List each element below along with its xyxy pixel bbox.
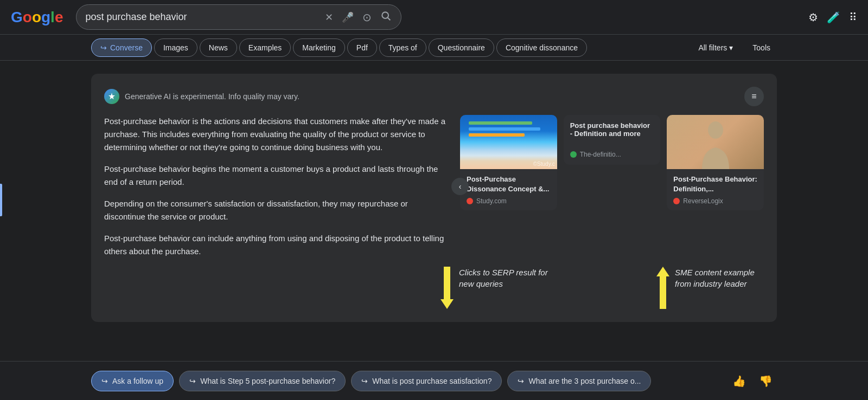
ai-cards-section: ‹ ©Study.c Post-Purchase Dissonance Conc… [460,115,764,258]
ai-card-2[interactable]: Post purchase behavior - Definition and … [564,115,661,165]
source-2-dot [570,151,577,158]
source-2-name: The-definitio... [580,151,621,158]
ai-paragraph-2: Post-purchase behavior begins the moment… [104,163,447,189]
google-logo: Google [11,9,63,26]
svg-line-1 [388,18,391,21]
all-filters-label: All filters [698,43,727,52]
tab-marketing-label: Marketing [302,43,335,52]
tab-types-of-label: Types of [388,43,417,52]
source-1-dot [467,198,473,204]
ai-answer-box: Generative AI is experimental. Info qual… [91,74,777,322]
feedback-buttons: 👍 👎 [728,372,777,390]
source-1-name: Study.com [476,197,507,205]
ai-card-2-title: Post purchase behavior - Definition and … [570,121,654,138]
follow-up-bar: ↪ Ask a follow up ↪ What is Step 5 post-… [0,361,868,400]
tab-questionnaire[interactable]: Questionnaire [429,38,494,57]
ai-card-2-source: The-definitio... [564,146,661,165]
follow-q1-icon: ↪ [189,377,196,385]
source-3-name: ReverseLogix [683,197,723,205]
tab-types-of[interactable]: Types of [379,38,426,57]
ai-paragraph-3: Depending on the consumer's satisfaction… [104,197,447,223]
tab-pdf[interactable]: Pdf [347,38,377,57]
tab-images[interactable]: Images [154,38,197,57]
tab-news[interactable]: News [200,38,237,57]
ask-follow-up-button[interactable]: ↪ Ask a follow up [91,371,174,391]
search-icon[interactable] [379,9,392,25]
up-arrow-text: SME content example from industry leader [675,267,764,289]
ai-card-3[interactable]: Post-Purchase Behavior: Definition,... R… [667,115,764,210]
follow-q2-label: What is post purchase satisfaction? [372,377,492,385]
left-accent-bar [0,184,2,216]
lens-icon[interactable]: ⊙ [361,10,373,25]
ai-card-1-source: Study.com [467,197,551,205]
tab-questionnaire-label: Questionnaire [438,43,485,52]
up-arrow-annotation: SME content example from industry leader [656,267,764,309]
ai-menu-button[interactable]: ≡ [744,87,764,106]
apps-icon[interactable]: ⠿ [849,11,857,24]
main-content: Generative AI is experimental. Info qual… [0,61,868,335]
ai-paragraph-1: Post-purchase behavior is the actions an… [104,115,447,154]
ai-card-3-image [667,115,764,169]
tools-label: Tools [752,43,770,52]
follow-q3-icon: ↪ [518,377,524,385]
tab-cognitive[interactable]: Cognitive dissonance [496,38,587,57]
svg-point-0 [382,12,389,18]
ai-card-2-header: Post purchase behavior - Definition and … [564,115,661,146]
ai-card-3-title: Post-Purchase Behavior: Definition,... [673,175,757,194]
tab-marketing[interactable]: Marketing [293,38,344,57]
tab-examples-label: Examples [248,43,282,52]
source-3-dot [673,198,680,204]
follow-question-2-button[interactable]: ↪ What is post purchase satisfaction? [351,371,502,391]
follow-question-1-button[interactable]: ↪ What is Step 5 post-purchase behavior? [179,371,346,391]
all-filters-button[interactable]: All filters ▾ [692,40,739,55]
ai-card-3-source: ReverseLogix [673,197,757,205]
down-arrow-text: Clicks to SERP result for new queries [459,267,548,289]
mic-icon[interactable]: 🎤 [341,10,355,24]
ai-body: Post-purchase behavior is the actions an… [104,115,764,258]
tab-images-label: Images [163,43,188,52]
tab-converse-label: Converse [110,43,143,52]
follow-up-icon: ↪ [101,377,108,385]
chevron-down-icon: ▾ [729,43,733,52]
ai-experimental-label: Generative AI is experimental. Info qual… [125,92,299,101]
ask-follow-up-label: Ask a follow up [112,377,163,385]
ai-paragraph-4: Post-purchase behavior can include anyth… [104,232,447,258]
follow-q2-icon: ↪ [361,377,368,385]
follow-q3-label: What are the 3 post purchase o... [528,377,641,385]
ai-header: Generative AI is experimental. Info qual… [104,87,764,106]
ai-card-1-content: Post-Purchase Dissonance Concept &... St… [460,169,557,210]
tab-examples[interactable]: Examples [239,38,291,57]
down-arrow-annotation: Clicks to SERP result for new queries [441,267,548,309]
ai-card-3-content: Post-Purchase Behavior: Definition,... R… [667,169,764,210]
tab-cognitive-label: Cognitive dissonance [506,43,578,52]
tools-button[interactable]: Tools [746,40,777,55]
svg-point-2 [708,121,723,139]
search-input[interactable] [85,11,318,23]
ai-card-1-image: ©Study.c [460,115,557,169]
thumbs-down-button[interactable]: 👎 [755,372,777,390]
ai-card-1-title: Post-Purchase Dissonance Concept &... [467,175,551,194]
ai-text-content: Post-purchase behavior is the actions an… [104,115,447,258]
ai-card-1[interactable]: ©Study.c Post-Purchase Dissonance Concep… [460,115,557,210]
tabs-bar: ↪ Converse Images News Examples Marketin… [0,35,868,61]
annotations-row: Clicks to SERP result for new queries SM… [104,267,764,309]
tab-converse[interactable]: ↪ Converse [91,38,152,57]
header: Google ✕ 🎤 ⊙ ⚙ 🧪 ⠿ [0,0,868,35]
cards-prev-button[interactable]: ‹ [451,178,469,195]
settings-icon[interactable]: ⚙ [808,11,818,24]
clear-icon[interactable]: ✕ [324,10,334,24]
labs-icon[interactable]: 🧪 [827,11,840,24]
converse-icon: ↪ [100,43,107,52]
follow-question-3-button[interactable]: ↪ What are the 3 post purchase o... [507,371,651,391]
tab-pdf-label: Pdf [356,43,368,52]
search-bar: ✕ 🎤 ⊙ [76,4,401,30]
ai-sparkle-icon [104,89,119,104]
follow-q1-label: What is Step 5 post-purchase behavior? [200,377,335,385]
tab-news-label: News [209,43,228,52]
thumbs-up-button[interactable]: 👍 [728,372,750,390]
